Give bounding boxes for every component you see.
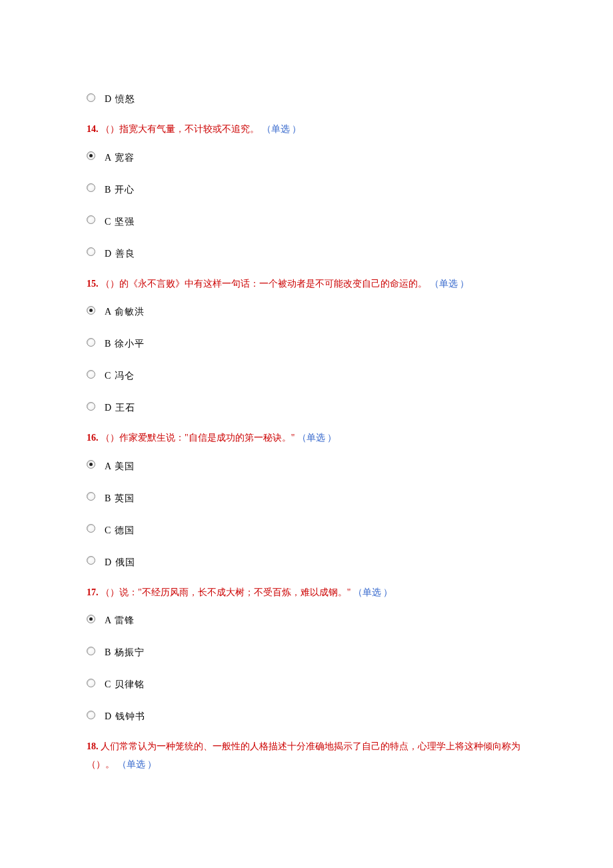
question-text: （）指宽大有气量，不计较或不追究。 (99, 124, 262, 134)
option-row[interactable]: D 善良 (87, 243, 526, 261)
option-label: B 徐小平 (105, 333, 145, 351)
radio-icon[interactable] (87, 338, 95, 347)
radio-icon[interactable] (87, 647, 95, 655)
option-row[interactable]: A 宽容 (87, 147, 526, 165)
option-label: C 德国 (105, 520, 135, 537)
option-label: A 雷锋 (105, 610, 135, 627)
option-label: D 钱钟书 (105, 706, 145, 723)
option-row[interactable]: C 冯仑 (87, 365, 526, 383)
option-label: A 俞敏洪 (105, 301, 145, 319)
radio-icon[interactable] (87, 215, 95, 224)
option-row[interactable]: D 俄国 (87, 552, 526, 569)
radio-icon[interactable] (87, 402, 95, 411)
option-row[interactable]: B 英国 (87, 488, 526, 505)
radio-icon[interactable] (87, 183, 95, 192)
question-number: 18. (87, 741, 99, 751)
option-label: C 坚强 (105, 211, 135, 229)
radio-icon[interactable] (87, 524, 95, 533)
question-type-tag: （单选 ） (430, 279, 470, 289)
radio-icon[interactable] (87, 711, 95, 719)
option-row[interactable]: C 坚强 (87, 211, 526, 229)
option-label: B 杨振宁 (105, 642, 145, 659)
question-text: （）说："不经历风雨，长不成大树；不受百炼，难以成钢。" (99, 587, 353, 597)
radio-icon[interactable] (87, 492, 95, 501)
radio-icon[interactable] (87, 556, 95, 565)
radio-icon[interactable] (87, 460, 95, 469)
option-label: B 开心 (105, 179, 135, 197)
option-row[interactable]: D 王石 (87, 397, 526, 415)
option-label: C 冯仑 (105, 365, 135, 383)
question-number: 16. (87, 433, 99, 443)
question-stem: 17. （）说："不经历风雨，长不成大树；不受百炼，难以成钢。" （单选 ） (87, 584, 526, 602)
option-row[interactable]: B 杨振宁 (87, 642, 526, 659)
option-label: C 贝律铭 (105, 674, 145, 691)
option-label: B 英国 (105, 488, 135, 505)
question-stem: 16. （）作家爱默生说："自信是成功的第一秘诀。" （单选 ） (87, 429, 526, 447)
radio-icon[interactable] (87, 151, 95, 160)
radio-icon[interactable] (87, 679, 95, 687)
option-row[interactable]: A 美国 (87, 456, 526, 473)
question-type-tag: （单选 ） (117, 759, 157, 769)
option-label: D 俄国 (105, 552, 135, 569)
radio-icon[interactable] (87, 306, 95, 315)
question-type-tag: （单选 ） (353, 587, 393, 597)
radio-icon[interactable] (87, 370, 95, 379)
option-row[interactable]: A 俞敏洪 (87, 301, 526, 319)
option-label: D 王石 (105, 397, 135, 415)
option-row[interactable]: B 徐小平 (87, 333, 526, 351)
option-row[interactable]: C 德国 (87, 520, 526, 537)
question-stem: 14. （）指宽大有气量，不计较或不追究。 （单选 ） (87, 121, 526, 139)
option-row[interactable]: D 愤怒 (87, 89, 526, 106)
question-stem: 15. （）的《永不言败》中有这样一句话：一个被动者是不可能改变自己的命运的。 … (87, 275, 526, 293)
option-row[interactable]: C 贝律铭 (87, 674, 526, 691)
option-label: D 善良 (105, 243, 135, 261)
question-number: 17. (87, 587, 99, 597)
option-row[interactable]: A 雷锋 (87, 610, 526, 627)
option-label: A 美国 (105, 456, 135, 473)
radio-icon[interactable] (87, 615, 95, 623)
question-type-tag: （单选 ） (297, 433, 337, 443)
question-number: 14. (87, 124, 99, 134)
question-type-tag: （单选 ） (262, 124, 302, 134)
option-row[interactable]: B 开心 (87, 179, 526, 197)
option-label: D 愤怒 (105, 89, 135, 106)
question-number: 15. (87, 279, 99, 289)
radio-icon[interactable] (87, 93, 95, 102)
question-stem: 18. 人们常常认为一种笼统的、一般性的人格描述十分准确地揭示了自己的特点，心理… (87, 738, 526, 773)
radio-icon[interactable] (87, 247, 95, 256)
option-row[interactable]: D 钱钟书 (87, 706, 526, 723)
question-text: （）的《永不言败》中有这样一句话：一个被动者是不可能改变自己的命运的。 (99, 279, 430, 289)
option-label: A 宽容 (105, 147, 135, 165)
question-text: （）作家爱默生说："自信是成功的第一秘诀。" (99, 433, 297, 443)
